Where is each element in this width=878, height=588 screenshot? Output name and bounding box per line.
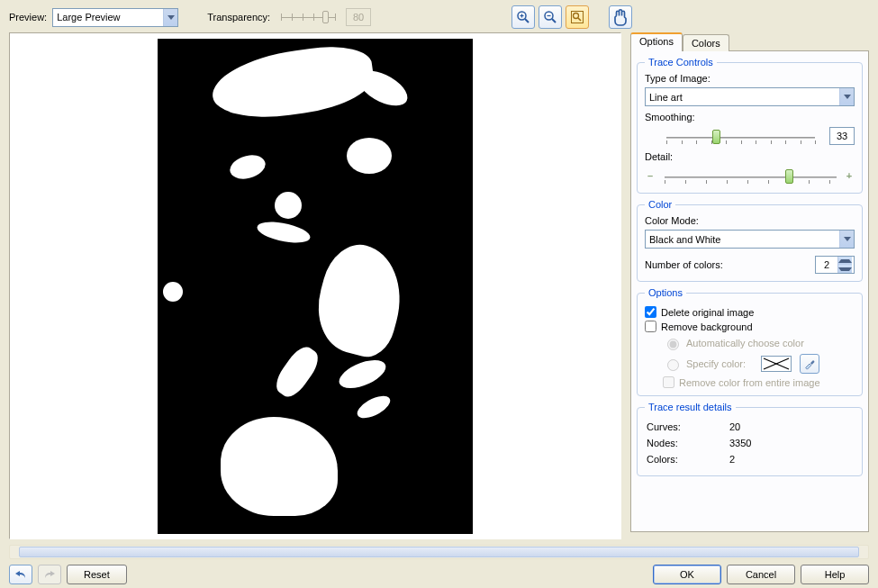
cancel-button[interactable]: Cancel xyxy=(727,565,795,584)
number-of-colors-spinner[interactable] xyxy=(815,256,855,274)
tab-options[interactable]: Options xyxy=(630,32,683,51)
zoom-in-button[interactable] xyxy=(511,5,535,29)
curves-value: 20 xyxy=(729,420,853,434)
remove-background-label: Remove background xyxy=(661,321,753,332)
help-button[interactable]: Help xyxy=(801,565,869,584)
smoothing-slider[interactable] xyxy=(666,130,815,146)
detail-label: Detail: xyxy=(645,151,855,162)
spin-up-icon[interactable] xyxy=(838,257,852,265)
nodes-label: Nodes: xyxy=(647,436,728,450)
preview-canvas[interactable] xyxy=(9,32,621,539)
delete-original-input[interactable] xyxy=(645,306,656,318)
smoothing-value[interactable]: 33 xyxy=(829,127,855,145)
chevron-down-icon xyxy=(839,88,854,105)
delete-original-label: Delete original image xyxy=(661,307,754,318)
chevron-down-icon xyxy=(839,231,854,248)
chevron-down-icon xyxy=(163,9,177,26)
color-mode-label: Color Mode: xyxy=(645,215,855,226)
zoom-fit-button[interactable] xyxy=(566,5,589,29)
plus-icon: + xyxy=(844,170,855,181)
trace-results-group: Trace result details Curves:20 Nodes:335… xyxy=(637,402,863,476)
ok-button[interactable]: OK xyxy=(653,565,721,584)
transparency-label: Transparency: xyxy=(207,12,270,23)
tab-colors[interactable]: Colors xyxy=(683,34,729,51)
colors-value: 2 xyxy=(729,452,853,466)
transparency-value: 80 xyxy=(346,8,371,26)
preview-label: Preview: xyxy=(9,12,47,23)
curves-label: Curves: xyxy=(647,420,728,434)
remove-background-checkbox[interactable]: Remove background xyxy=(645,321,855,332)
color-mode-value: Black and White xyxy=(649,234,720,245)
remove-entire-input xyxy=(663,376,674,388)
svg-line-9 xyxy=(578,18,581,21)
nodes-value: 3350 xyxy=(729,436,853,450)
trace-controls-group: Trace Controls Type of Image: Line art S… xyxy=(637,57,863,194)
smoothing-label: Smoothing: xyxy=(645,112,855,122)
auto-color-input xyxy=(667,339,679,350)
type-of-image-select[interactable]: Line art xyxy=(645,87,855,106)
trace-results-legend: Trace result details xyxy=(645,402,736,412)
number-of-colors-label: Number of colors: xyxy=(645,259,723,270)
colors-label: Colors: xyxy=(647,452,728,466)
horizontal-scrollbar[interactable] xyxy=(9,545,869,559)
color-legend: Color xyxy=(645,199,675,210)
pan-button[interactable] xyxy=(609,5,632,29)
auto-color-label: Automatically choose color xyxy=(686,338,804,348)
options-legend: Options xyxy=(645,287,686,298)
specify-color-swatch xyxy=(761,356,792,372)
color-mode-select[interactable]: Black and White xyxy=(645,230,855,249)
type-of-image-label: Type of Image: xyxy=(645,73,855,84)
color-group: Color Color Mode: Black and White Number… xyxy=(637,199,863,282)
transparency-slider xyxy=(281,9,335,25)
delete-original-checkbox[interactable]: Delete original image xyxy=(645,306,855,318)
reset-button[interactable]: Reset xyxy=(67,565,127,584)
detail-slider[interactable] xyxy=(665,169,837,185)
svg-point-8 xyxy=(574,14,579,19)
redo-button xyxy=(38,565,61,584)
number-of-colors-value[interactable] xyxy=(816,258,837,271)
options-group: Options Delete original image Remove bac… xyxy=(637,287,863,396)
undo-button[interactable] xyxy=(9,565,32,584)
minus-icon: – xyxy=(645,170,656,181)
type-of-image-value: Line art xyxy=(649,92,683,103)
preview-image xyxy=(158,39,473,534)
spin-down-icon[interactable] xyxy=(838,265,852,273)
specify-color-label: Specify color: xyxy=(686,358,746,369)
specify-color-input xyxy=(667,359,679,371)
trace-controls-legend: Trace Controls xyxy=(645,57,717,68)
svg-line-1 xyxy=(525,19,529,23)
auto-color-radio: Automatically choose color xyxy=(663,336,855,350)
specify-color-radio: Specify color: xyxy=(663,354,855,374)
zoom-out-button[interactable] xyxy=(539,5,562,29)
preview-select-value: Large Preview xyxy=(57,12,120,23)
preview-select[interactable]: Large Preview xyxy=(52,8,178,27)
svg-line-5 xyxy=(552,19,556,23)
remove-entire-checkbox: Remove color from entire image xyxy=(663,376,855,388)
eyedropper-button xyxy=(800,354,819,374)
remove-background-input[interactable] xyxy=(645,321,656,332)
remove-entire-label: Remove color from entire image xyxy=(679,377,820,388)
